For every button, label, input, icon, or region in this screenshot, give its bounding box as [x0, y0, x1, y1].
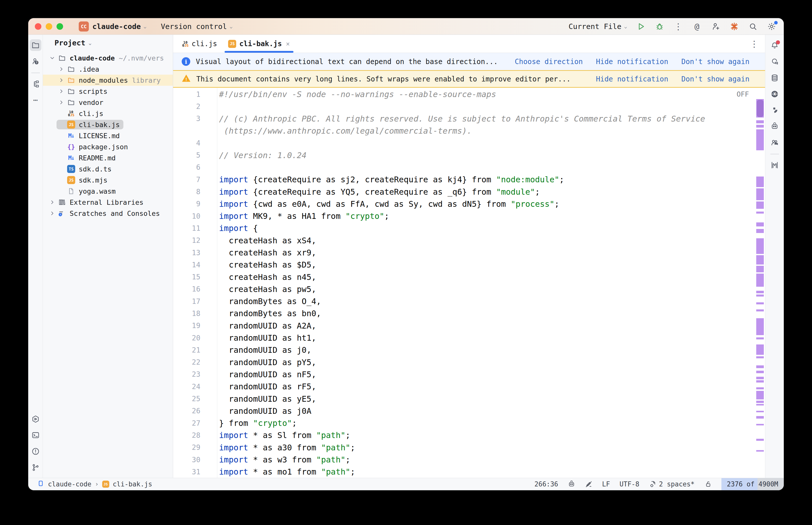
- problems-tool-icon[interactable]: [30, 446, 41, 457]
- inspections-widget[interactable]: OFF: [737, 90, 749, 98]
- ai-assistant-icon[interactable]: [769, 56, 781, 68]
- code-line[interactable]: 12 createHash as xS4,: [173, 235, 765, 246]
- tab-cli-bak-js[interactable]: JS cli-bak.js ×: [223, 35, 295, 53]
- claude-spark-icon[interactable]: [729, 21, 739, 31]
- code-line[interactable]: 18 randomBytes as bn0,: [173, 308, 765, 319]
- code-line[interactable]: 5// Version: 1.0.24: [173, 149, 765, 161]
- run-button[interactable]: [636, 21, 646, 31]
- database-tool-icon[interactable]: [769, 72, 781, 84]
- editor-scrollbar[interactable]: [755, 88, 765, 478]
- tree-item-readme-md[interactable]: M↓README.md: [43, 152, 173, 163]
- tree-item-vendor[interactable]: vendor: [43, 97, 173, 108]
- encoding-widget[interactable]: UTF-8: [619, 480, 639, 488]
- tree-item-node-modules[interactable]: node_moduleslibrary: [43, 75, 173, 86]
- code-line[interactable]: 22 randomUUID as pY5,: [173, 356, 765, 369]
- chevron-right-icon[interactable]: [57, 66, 66, 72]
- chevron-right-icon[interactable]: [47, 210, 57, 216]
- structure-tool-icon[interactable]: [30, 78, 41, 90]
- search-icon[interactable]: [748, 21, 758, 31]
- vcs-menu[interactable]: Version control ⌄: [161, 22, 233, 31]
- debug-button[interactable]: [654, 21, 665, 31]
- code-line[interactable]: 31import * as mo1 from "path";: [173, 466, 765, 478]
- tree-item-package-json[interactable]: {}package.json: [43, 141, 173, 152]
- memory-indicator[interactable]: 2376 of 4900M: [721, 478, 784, 490]
- lock-icon[interactable]: [704, 480, 712, 488]
- close-window-button[interactable]: [35, 23, 41, 30]
- add-user-icon[interactable]: [711, 21, 721, 31]
- code-line[interactable]: 23 randomUUID as nF5,: [173, 369, 765, 380]
- banner-action-don-t-show-again[interactable]: Don't show again: [681, 75, 750, 83]
- zoom-window-button[interactable]: [57, 23, 63, 30]
- code-area[interactable]: 1#!/usr/bin/env -S node --no-warnings --…: [173, 88, 765, 478]
- more-tool-windows-icon[interactable]: ⋯: [30, 94, 41, 106]
- code-editor[interactable]: 1#!/usr/bin/env -S node --no-warnings --…: [173, 88, 765, 478]
- tree-item-sdk-mjs[interactable]: JSsdk.mjs: [43, 175, 173, 185]
- code-line[interactable]: 16 createHash as pw5,: [173, 283, 765, 295]
- code-line[interactable]: 19 randomUUID as A2A,: [173, 320, 765, 332]
- tree-item-external-libraries[interactable]: External Libraries: [43, 197, 173, 208]
- code-line[interactable]: 29import * as a30 from "path";: [173, 441, 765, 454]
- tree-item-scratches-and-consoles[interactable]: Scratches and Consoles: [43, 208, 173, 219]
- line-ending-widget[interactable]: LF: [602, 480, 610, 488]
- project-panel-header[interactable]: Project ⌄: [43, 35, 173, 51]
- code-line[interactable]: 28import * as Sl from "path";: [173, 429, 765, 441]
- notifications-bell-icon[interactable]: [769, 40, 781, 51]
- chevron-right-icon[interactable]: [47, 199, 57, 206]
- tab-cli-js[interactable]: 100JS cli.js: [177, 35, 223, 53]
- code-line[interactable]: 14 createHash as $D5,: [173, 259, 765, 271]
- breadcrumb-file[interactable]: cli-bak.js: [113, 480, 152, 488]
- code-line[interactable]: 4: [173, 137, 765, 149]
- scrollbar-thumb[interactable]: [757, 100, 764, 117]
- terminal-tool-icon[interactable]: [30, 430, 41, 441]
- code-line[interactable]: 20 randomUUID as ht1,: [173, 332, 765, 344]
- code-line[interactable]: 8import {createRequire as YQ5, createReq…: [173, 185, 765, 198]
- code-line[interactable]: 24 randomUUID as rF5,: [173, 380, 765, 393]
- chevron-down-icon[interactable]: [47, 55, 57, 61]
- chevron-right-icon[interactable]: [57, 99, 66, 106]
- plugin-swirl-icon[interactable]: [769, 104, 781, 116]
- code-with-me-icon[interactable]: [769, 137, 781, 148]
- tree-item-claude-code[interactable]: claude-code~/.nvm/vers: [43, 52, 173, 63]
- chevron-right-icon[interactable]: [57, 88, 66, 94]
- git-branch-icon[interactable]: [30, 462, 41, 473]
- code-line[interactable]: 6: [173, 161, 765, 174]
- tree-item--idea[interactable]: .idea: [43, 63, 173, 75]
- banner-action-hide-notification[interactable]: Hide notification: [596, 75, 668, 83]
- banner-action-choose-direction[interactable]: Choose direction: [515, 58, 583, 66]
- copilot-icon[interactable]: [769, 121, 781, 132]
- tree-item-sdk-d-ts[interactable]: TSsdk.d.ts: [43, 163, 173, 175]
- code-line[interactable]: 9import {cwd as e0A, cwd as FfA, cwd as …: [173, 198, 765, 210]
- banner-action-hide-notification[interactable]: Hide notification: [596, 58, 668, 66]
- ai-robot-status-icon[interactable]: [568, 480, 575, 488]
- readonly-pen-icon[interactable]: [585, 480, 592, 488]
- code-line[interactable]: 27} from "crypto";: [173, 417, 765, 429]
- project-chip-icon[interactable]: CC: [79, 21, 89, 31]
- code-line[interactable]: 21 randomUUID as j0,: [173, 344, 765, 356]
- maven-tool-icon[interactable]: [769, 159, 781, 171]
- project-name-menu[interactable]: claude-code ⌄: [92, 22, 147, 31]
- learn-user-icon[interactable]: ?: [30, 56, 41, 67]
- code-line[interactable]: 13 createHash as xr9,: [173, 246, 765, 259]
- code-line[interactable]: 1#!/usr/bin/env -S node --no-warnings --…: [173, 88, 765, 100]
- close-tab-icon[interactable]: ×: [286, 40, 290, 48]
- services-tool-icon[interactable]: [30, 413, 41, 425]
- more-actions-button[interactable]: ⋮: [673, 21, 683, 31]
- banner-action-don-t-show-again[interactable]: Don't show again: [681, 58, 750, 66]
- code-line[interactable]: 3// (c) Anthropic PBC. All rights reserv…: [173, 113, 765, 125]
- tree-item-license-md[interactable]: M↓LICENSE.md: [43, 130, 173, 141]
- code-line[interactable]: 30import * as w3 from "path";: [173, 454, 765, 466]
- code-line[interactable]: 7import {createRequire as sj2, createReq…: [173, 174, 765, 185]
- chevron-right-icon[interactable]: [57, 77, 66, 84]
- mention-icon[interactable]: @: [692, 21, 702, 31]
- code-line[interactable]: 17 randomBytes as O_4,: [173, 295, 765, 308]
- tree-item-yoga-wasm[interactable]: yoga.wasm: [43, 185, 173, 197]
- code-line[interactable]: 15 createHash as n45,: [173, 271, 765, 283]
- project-tool-icon[interactable]: [30, 39, 41, 51]
- code-line[interactable]: 26 randomUUID as j0A: [173, 405, 765, 417]
- code-line[interactable]: 10import MK9, * as HA1 from "crypto";: [173, 210, 765, 222]
- indent-widget[interactable]: 2 spaces*: [649, 480, 695, 488]
- tree-item-scripts[interactable]: scripts: [43, 86, 173, 97]
- code-line[interactable]: 11import {: [173, 222, 765, 234]
- tree-item-cli-bak-js[interactable]: JScli-bak.js: [43, 119, 173, 130]
- tree-item-cli-js[interactable]: 100JScli.js: [43, 108, 173, 119]
